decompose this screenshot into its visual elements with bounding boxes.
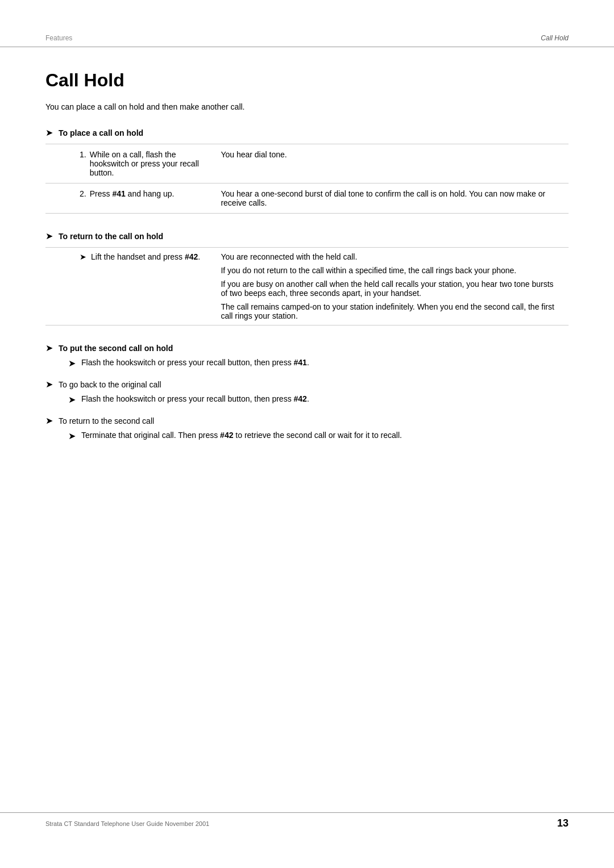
section5-heading: ➤ To return to the second call bbox=[45, 415, 569, 426]
table-row: 1. While on a call, flash the hookswitch… bbox=[45, 144, 569, 183]
step1-left: 1. While on a call, flash the hookswitch… bbox=[45, 144, 213, 183]
section3-title: To put the second call on hold bbox=[59, 344, 173, 353]
section4: ➤ To go back to the original call ➤ Flas… bbox=[45, 379, 569, 405]
section1-heading: ➤ To place a call on hold bbox=[45, 127, 569, 138]
section3-arrow-icon: ➤ bbox=[45, 343, 53, 353]
page-footer: Strata CT Standard Telephone User Guide … bbox=[0, 812, 614, 834]
step2-num: 2. bbox=[80, 189, 86, 198]
section2-title: To return to the call on hold bbox=[59, 232, 163, 241]
step2-left: 2. Press #41 and hang up. bbox=[45, 183, 213, 214]
section3: ➤ To put the second call on hold ➤ Flash… bbox=[45, 343, 569, 369]
section2-table: ➤ Lift the handset and press #42. You ar… bbox=[45, 247, 569, 326]
section1-title: To place a call on hold bbox=[59, 128, 143, 137]
step1-num: 1. bbox=[80, 150, 86, 159]
footer-left: Strata CT Standard Telephone User Guide … bbox=[45, 820, 209, 827]
return-right-line2: If you do not return to the call within … bbox=[221, 266, 561, 275]
section4-heading: ➤ To go back to the original call bbox=[45, 379, 569, 390]
return-left-text: Lift the handset and press #42. bbox=[91, 252, 200, 261]
section4-sub-arrow-icon: ➤ bbox=[68, 394, 76, 405]
header-right: Call Hold bbox=[541, 34, 569, 42]
section2-heading: ➤ To return to the call on hold bbox=[45, 231, 569, 241]
section5-bold: #42 bbox=[220, 431, 233, 440]
return-sub-arrow-icon: ➤ bbox=[80, 252, 86, 261]
section3-sub-arrow-icon: ➤ bbox=[68, 358, 76, 369]
section4-bold: #42 bbox=[294, 394, 307, 403]
step2-right: You hear a one-second burst of dial tone… bbox=[213, 183, 569, 214]
section3-sub: ➤ Flash the hookswitch or press your rec… bbox=[68, 358, 569, 369]
return-right-line3: If you are busy on another call when the… bbox=[221, 279, 561, 298]
return-right: You are reconnected with the held call. … bbox=[213, 248, 569, 326]
section3-bold: #41 bbox=[294, 358, 307, 367]
section2-arrow-icon: ➤ bbox=[45, 231, 53, 241]
section1-arrow-icon: ➤ bbox=[45, 127, 53, 138]
step2-text: Press #41 and hang up. bbox=[90, 189, 175, 198]
section4-arrow-icon: ➤ bbox=[45, 379, 53, 390]
section3-sub-text: Flash the hookswitch or press your recal… bbox=[81, 358, 309, 367]
return-bold: #42 bbox=[185, 252, 198, 261]
main-content: Call Hold You can place a call on hold a… bbox=[0, 47, 614, 474]
return-right-content: You are reconnected with the held call. … bbox=[221, 252, 561, 320]
step1-right: You hear dial tone. bbox=[213, 144, 569, 183]
table-row: ➤ Lift the handset and press #42. You ar… bbox=[45, 248, 569, 326]
return-left: ➤ Lift the handset and press #42. bbox=[45, 248, 213, 326]
section5-sub-arrow-icon: ➤ bbox=[68, 431, 76, 441]
footer-right: 13 bbox=[557, 817, 569, 829]
section5-sub-text: Terminate that original call. Then press… bbox=[81, 431, 402, 440]
section4-sub-text: Flash the hookswitch or press your recal… bbox=[81, 394, 309, 403]
page-header: Features Call Hold bbox=[0, 0, 614, 47]
intro-text: You can place a call on hold and then ma… bbox=[45, 102, 569, 111]
header-left: Features bbox=[45, 34, 72, 42]
table-row: 2. Press #41 and hang up. You hear a one… bbox=[45, 183, 569, 214]
section1-table: 1. While on a call, flash the hookswitch… bbox=[45, 144, 569, 214]
chapter-title: Call Hold bbox=[45, 70, 569, 91]
step2-bold: #41 bbox=[112, 189, 125, 198]
return-right-line1: You are reconnected with the held call. bbox=[221, 252, 561, 261]
section4-title: To go back to the original call bbox=[59, 380, 161, 389]
page: Features Call Hold Call Hold You can pla… bbox=[0, 0, 614, 868]
step1-text: While on a call, flash the hookswitch or… bbox=[90, 150, 205, 177]
section5-arrow-icon: ➤ bbox=[45, 415, 53, 426]
section5-sub: ➤ Terminate that original call. Then pre… bbox=[68, 431, 569, 441]
section5: ➤ To return to the second call ➤ Termina… bbox=[45, 415, 569, 441]
return-right-line4: The call remains camped-on to your stati… bbox=[221, 302, 561, 320]
section4-sub: ➤ Flash the hookswitch or press your rec… bbox=[68, 394, 569, 405]
section5-title: To return to the second call bbox=[59, 416, 154, 425]
section3-heading: ➤ To put the second call on hold bbox=[45, 343, 569, 353]
